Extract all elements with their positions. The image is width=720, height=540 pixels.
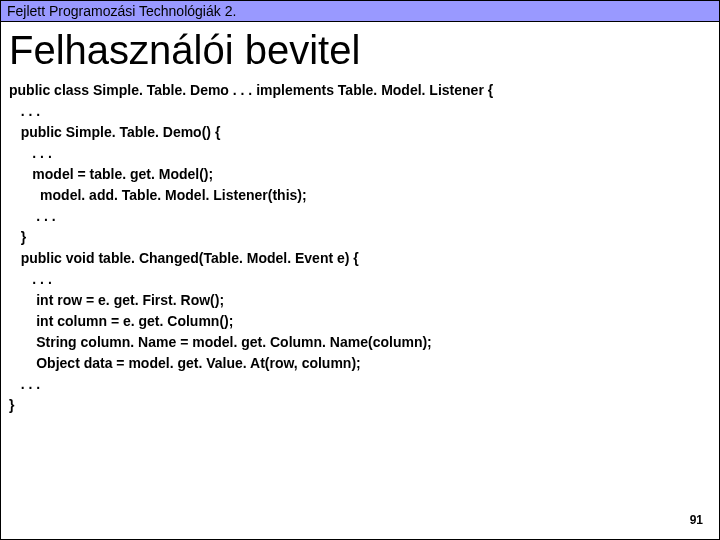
code-line: . . . (9, 103, 40, 119)
page-number: 91 (690, 513, 703, 527)
code-line: model = table. get. Model(); (9, 166, 213, 182)
code-line: String column. Name = model. get. Column… (9, 334, 432, 350)
code-line: } (9, 397, 14, 413)
code-line: Object data = model. get. Value. At(row,… (9, 355, 361, 371)
slide-title: Felhasználói bevitel (1, 22, 719, 80)
code-line: public class Simple. Table. Demo . . . i… (9, 82, 493, 98)
code-line: public void table. Changed(Table. Model.… (9, 250, 359, 266)
code-line: } (9, 229, 26, 245)
code-line: . . . (9, 376, 40, 392)
code-line: int column = e. get. Column(); (9, 313, 233, 329)
code-line: public Simple. Table. Demo() { (9, 124, 220, 140)
code-line: . . . (9, 145, 52, 161)
header-text: Fejlett Programozási Technológiák 2. (7, 3, 236, 19)
code-line: . . . (9, 271, 52, 287)
code-line: . . . (9, 208, 56, 224)
slide-container: Fejlett Programozási Technológiák 2. Fel… (0, 0, 720, 540)
slide-header: Fejlett Programozási Technológiák 2. (1, 1, 719, 22)
code-line: int row = e. get. First. Row(); (9, 292, 224, 308)
code-line: model. add. Table. Model. Listener(this)… (9, 187, 307, 203)
code-block: public class Simple. Table. Demo . . . i… (1, 80, 719, 416)
